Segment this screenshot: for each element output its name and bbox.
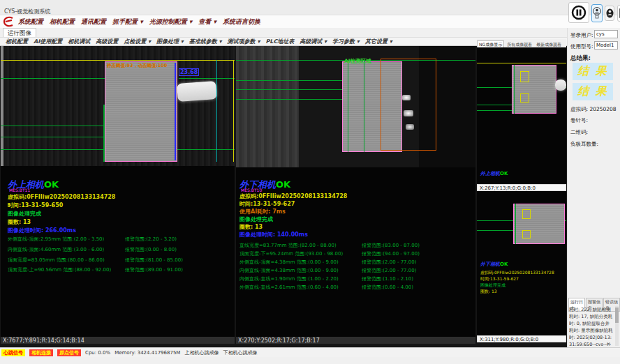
ref-green-line — [477, 230, 513, 231]
measurement-row: 顶面宽度=83.05mm 范围:(80.00 - 86.00) — [8, 257, 105, 264]
right-bottom-camera-title: 外下相机 — [480, 261, 500, 267]
measure-green-vline — [103, 105, 105, 162]
operator-button[interactable] — [605, 6, 614, 21]
ref-teal-vline — [216, 60, 217, 162]
right-top-result-line: 外上相机OK — [480, 170, 508, 177]
pause-icon — [571, 5, 586, 20]
right-top-ok-badge: OK — [500, 171, 508, 176]
result-box-upper: 结 果 — [573, 63, 613, 80]
measurement-row: 内侧直线-顶面=4.38mm 范围:(0.00 - 9.00) — [239, 267, 339, 274]
left-image-edge — [1, 46, 3, 166]
tool-camera-debug[interactable]: 相机调试 — [68, 38, 90, 45]
tool-test-params[interactable]: 测试项参数 ▾ — [228, 38, 260, 45]
tool-other-settings[interactable]: 其它设置 ▾ — [365, 38, 392, 45]
menu-comm-config[interactable]: 通讯配置 — [81, 17, 106, 26]
right-top-camera-title: 外上相机 — [480, 171, 500, 176]
barcode-field: 虚拟码: 20250208 — [570, 106, 617, 113]
tool-camera-config[interactable]: 相机配置 — [6, 38, 28, 45]
ref-green-line — [1, 137, 105, 137]
annotation-rect — [522, 230, 531, 238]
measurement-row: 外侧直线-顶面=4.38mm 范围:(0.00 - 9.00) — [239, 259, 339, 266]
annotation-rect — [520, 71, 529, 82]
baseline-yellow-line — [1, 60, 235, 61]
weld-spot — [406, 124, 414, 130]
electrode-tab-object — [555, 79, 566, 91]
right-bottom-info-line: 图像处理完成 — [480, 282, 505, 289]
right-bottom-info-line: 时间:13-31-59-627 — [480, 276, 519, 282]
memory-usage: Memory: 3424.41796875M — [115, 350, 180, 356]
menu-view[interactable]: 查看 ▾ — [198, 17, 216, 26]
login-user-input[interactable]: cys — [594, 30, 618, 38]
menu-camera-config[interactable]: 相机配置 — [50, 17, 75, 26]
status-bar: 心跳信号 相机连接 原点信号 Cpu: 0.0% Memory: 3424.41… — [0, 347, 620, 357]
menu-gripper-config[interactable]: 抓手配置 ▾ — [112, 17, 143, 26]
middle-ai-time-text: 使用AI耗时: 7ms — [239, 208, 286, 215]
right-top-camera-view[interactable]: 外上相机OK — [477, 47, 566, 184]
app-window: CYS-视觉检测系统 系统配置 相机配置 通讯配置 抓手配置 ▾ 光源控制配置 … — [0, 0, 620, 364]
pin-number-label: 卷针号: — [570, 117, 588, 124]
user-icon — [593, 7, 601, 20]
tool-baseline-params[interactable]: 基准线参数 ▾ — [189, 38, 222, 45]
log-scrollbar-thumb[interactable] — [615, 308, 619, 323]
weld-spot — [404, 110, 413, 116]
right-bottom-ok-badge: OK — [500, 261, 508, 267]
menu-light-config[interactable]: 光源控制配置 ▾ — [149, 17, 193, 26]
result-box-lower: 结 果 — [573, 83, 613, 100]
tool-plc-address[interactable]: PLC地址表 — [265, 38, 294, 45]
weld-spot — [402, 95, 411, 100]
measurement-row: 内侧直线-顶面:4.60mm 范围:(3.00 - 6.00) — [8, 246, 104, 253]
tool-advanced-debug[interactable]: 高级调试 ▾ — [300, 38, 327, 45]
measurement-row: 外侧直线-直线=2.61mm 范围:(0.60 - 4.00) — [239, 284, 339, 291]
upper-camera-status: 上相机心跳成像 — [184, 349, 219, 356]
middle-mes-tag: MES:BT10 — [241, 188, 262, 192]
middle-camera-view[interactable]: AI检测区域 外下相机OK MES:BT10 虚拟码:0FFIIiw202502… — [236, 46, 475, 344]
left-turns-text: 圈数: 13 — [8, 218, 31, 226]
measure-green-vline — [364, 61, 364, 152]
middle-process-done-text: 图像处理完成 — [239, 215, 273, 223]
measurement-row: 直线宽度=83.77mm 范围:(82.00 - 88.00) — [239, 242, 337, 249]
tool-spot-check[interactable]: 点检设置 ▾ — [124, 38, 151, 45]
measure-green-vline — [514, 65, 515, 114]
left-camera-view[interactable]: 静态阈值:93，动态阈值:100 23.68 外上相机OK MES:BT11 虚… — [1, 46, 235, 344]
qr-code-label: 二维码: — [570, 129, 588, 136]
tool-ai-config[interactable]: AI使用配置 — [34, 38, 62, 45]
product-surface-region — [512, 65, 556, 114]
tool-advanced-settings[interactable]: 高级设置 — [96, 38, 118, 45]
annotation-rect — [520, 93, 529, 103]
exit-button[interactable] — [617, 5, 620, 22]
measure-green-vline — [348, 61, 348, 152]
right-bottom-info-line: 圈数: 13 — [480, 289, 497, 295]
tab-count-label: 负极耳数量: — [570, 141, 598, 148]
alarm-range: 报警范围:(89.00 - 91.00) — [125, 266, 183, 273]
tab-all-images[interactable]: 所有成像观看 — [505, 41, 533, 47]
left-mes-tag: MES:BT11 — [9, 188, 30, 192]
alarm-range: 报警范围:(2.00 - 77.00) — [362, 267, 416, 274]
left-cursor-coords: X:7677;Y:891;R:14;G:14;B:14 — [1, 337, 235, 344]
ref-green-line — [236, 89, 342, 90]
menu-system-config[interactable]: 系统配置 — [18, 17, 43, 26]
ref-green-line — [477, 110, 513, 111]
ai-region-label: AI检测区域 — [344, 58, 371, 65]
right-bottom-camera-view[interactable]: 外下相机OK 虚拟码:0FFIIiw20250208133134728 时间:1… — [477, 191, 566, 335]
user-login-button[interactable] — [591, 4, 603, 22]
model-input[interactable]: Model1 — [594, 41, 618, 50]
right-top-cursor-coords: X:267;Y:13;R:0;G:0;B:0 — [477, 184, 566, 191]
pause-button[interactable] — [568, 2, 589, 23]
tool-learning-params[interactable]: 学习参数 ▾ — [332, 38, 360, 45]
alarm-range: 报警范围:(2.00 - 77.00) — [362, 259, 416, 266]
log-scrollbar[interactable] — [615, 306, 619, 346]
origin-signal-badge: 原点信号 — [57, 349, 81, 356]
tab-ng-display[interactable]: NG成像显示 — [477, 40, 504, 47]
ref-green-line — [477, 105, 513, 105]
alarm-range: 报警范围:(0.60 - 4.00) — [362, 284, 413, 291]
tool-image-processing[interactable]: 图像处理 ▾ — [156, 38, 184, 45]
middle-camera-image[interactable] — [236, 46, 299, 167]
tab-run-image[interactable]: 运行图像 — [3, 28, 36, 37]
alarm-range: 报警范围:(1.10 - 2.10) — [362, 275, 413, 282]
tab-latest-images[interactable]: 最新成像观看 — [535, 41, 563, 47]
ref-yellow-line — [477, 63, 566, 63]
product-surface-region — [513, 204, 565, 244]
menu-language-switch[interactable]: 系统语言切换 — [223, 17, 260, 26]
left-process-time-text: 图像处理时间: 266.00ms — [8, 227, 76, 234]
right-bottom-cursor-coords: X:311;Y:980;R:0;G:0;B:0 — [477, 335, 566, 342]
